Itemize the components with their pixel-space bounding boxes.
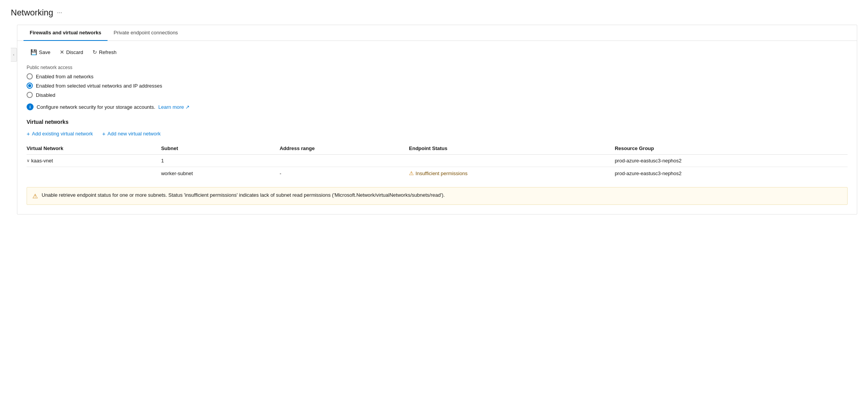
radio-circle-selected [27,83,33,89]
radio-disabled-label: Disabled [36,92,56,98]
refresh-icon: ↻ [93,49,97,55]
access-radio-group: Enabled from all networks Enabled from s… [27,73,848,98]
public-network-label: Public network access [27,65,848,70]
tab-bar: Firewalls and virtual networks Private e… [17,25,857,41]
save-icon: 💾 [30,49,37,55]
col-subnet: Subnet [161,142,279,155]
col-rg: Resource Group [615,142,848,155]
subnet-cell-1: 1 [161,155,279,167]
plus-icon-existing: + [27,130,30,137]
discard-icon: ✕ [60,49,64,55]
radio-disabled[interactable]: Disabled [27,92,848,98]
radio-selected-networks[interactable]: Enabled from selected virtual networks a… [27,83,848,89]
sidebar-collapse-button[interactable]: ‹ [11,48,17,62]
save-button[interactable]: 💾 Save [27,47,54,57]
virtual-networks-section: Virtual networks + Add existing virtual … [27,119,848,205]
learn-more-link[interactable]: Learn more ↗ [158,104,190,110]
virtual-networks-title: Virtual networks [27,119,848,125]
tab-private-endpoints[interactable]: Private endpoint connections [108,25,184,41]
tab-firewalls[interactable]: Firewalls and virtual networks [24,25,108,41]
refresh-button[interactable]: ↻ Refresh [89,47,121,57]
vnet-table: Virtual Network Subnet Address range End… [27,142,848,179]
col-address: Address range [279,142,409,155]
table-row: ∨ kaas-vnet 1 prod-azure-eastusc3-nephos… [27,155,848,167]
warning-triangle-icon: ⚠ [409,170,414,176]
rg-cell-2: prod-azure-eastusc3-nephos2 [615,167,848,180]
address-cell-1 [279,155,409,167]
plus-icon-new: + [102,130,106,137]
endpoint-cell-2: ⚠ Insufficient permissions [409,167,615,180]
col-endpoint: Endpoint Status [409,142,615,155]
info-text: Configure network security for your stor… [37,104,155,110]
warning-banner-text: Unable retrieve endpoint status for one … [42,192,445,198]
col-vnet: Virtual Network [27,142,161,155]
add-existing-vnet-button[interactable]: + Add existing virtual network [27,130,93,137]
vnet-collapse-toggle[interactable]: ∨ kaas-vnet [27,158,156,164]
address-cell-2: - [279,167,409,180]
subnet-cell-2: worker-subnet [161,167,279,180]
vnet-name-cell-2 [27,167,161,180]
radio-all-label: Enabled from all networks [36,74,94,79]
radio-circle-all [27,73,33,79]
radio-all-networks[interactable]: Enabled from all networks [27,73,848,79]
warning-banner-icon: ⚠ [32,192,38,200]
rg-cell-1: prod-azure-eastusc3-nephos2 [615,155,848,167]
public-network-access-section: Public network access Enabled from all n… [27,65,848,110]
discard-button[interactable]: ✕ Discard [56,47,87,57]
toolbar: 💾 Save ✕ Discard ↻ Refresh [27,47,848,57]
table-row: worker-subnet - ⚠ Insufficient permissio… [27,167,848,180]
add-new-vnet-button[interactable]: + Add new virtual network [102,130,161,137]
warning-banner: ⚠ Unable retrieve endpoint status for on… [27,187,848,205]
endpoint-cell-1 [409,155,615,167]
radio-selected-label: Enabled from selected virtual networks a… [36,83,162,89]
insufficient-permissions-badge: ⚠ Insufficient permissions [409,170,610,176]
info-icon: i [27,103,34,110]
chevron-icon: ∨ [27,158,30,163]
info-row: i Configure network security for your st… [27,103,848,110]
ellipsis-icon[interactable]: ··· [57,9,62,16]
vnet-action-bar: + Add existing virtual network + Add new… [27,130,848,137]
radio-circle-disabled [27,92,33,98]
vnet-name-cell: ∨ kaas-vnet [27,155,161,167]
table-header-row: Virtual Network Subnet Address range End… [27,142,848,155]
external-link-icon: ↗ [185,104,190,110]
page-title: Networking [11,8,53,18]
